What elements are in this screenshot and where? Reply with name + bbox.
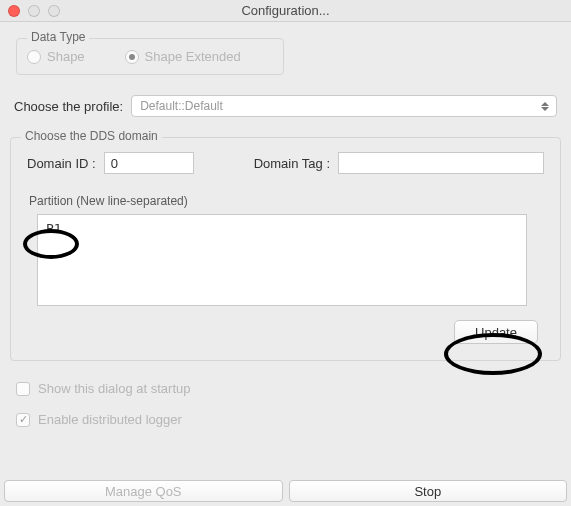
domain-tag-input[interactable] xyxy=(338,152,544,174)
manage-qos-button: Manage QoS xyxy=(4,480,283,502)
radio-icon xyxy=(27,50,41,64)
titlebar: Configuration... xyxy=(0,0,571,22)
partition-input[interactable] xyxy=(37,214,527,306)
enable-logger-label: Enable distributed logger xyxy=(38,412,182,427)
radio-shape-extended: Shape Extended xyxy=(125,49,241,64)
checkbox-icon xyxy=(16,382,30,396)
profile-row: Choose the profile: Default::Default xyxy=(14,95,557,117)
domain-id-label: Domain ID : xyxy=(27,156,96,171)
profile-label: Choose the profile: xyxy=(14,99,123,114)
domain-tag-label: Domain Tag : xyxy=(254,156,330,171)
show-startup-label: Show this dialog at startup xyxy=(38,381,190,396)
radio-icon xyxy=(125,50,139,64)
radio-shape-extended-label: Shape Extended xyxy=(145,49,241,64)
profile-select[interactable]: Default::Default xyxy=(131,95,557,117)
enable-logger-checkbox: ✓ Enable distributed logger xyxy=(16,412,555,427)
window-title: Configuration... xyxy=(0,3,571,18)
dds-group-label: Choose the DDS domain xyxy=(21,129,162,143)
radio-shape: Shape xyxy=(27,49,85,64)
profile-selected-value: Default::Default xyxy=(140,99,223,113)
datatype-group-label: Data Type xyxy=(27,30,89,44)
update-button[interactable]: Update xyxy=(454,320,538,344)
radio-shape-label: Shape xyxy=(47,49,85,64)
bottom-bar: Manage QoS Stop xyxy=(4,480,567,502)
chevron-updown-icon xyxy=(540,101,550,111)
stop-button[interactable]: Stop xyxy=(289,480,568,502)
domain-id-input[interactable] xyxy=(104,152,194,174)
show-startup-checkbox: Show this dialog at startup xyxy=(16,381,555,396)
datatype-group: Data Type Shape Shape Extended xyxy=(16,38,284,75)
dds-domain-group: Choose the DDS domain Domain ID : Domain… xyxy=(10,137,561,361)
checkbox-icon: ✓ xyxy=(16,413,30,427)
partition-label: Partition (New line-separated) xyxy=(29,194,544,208)
